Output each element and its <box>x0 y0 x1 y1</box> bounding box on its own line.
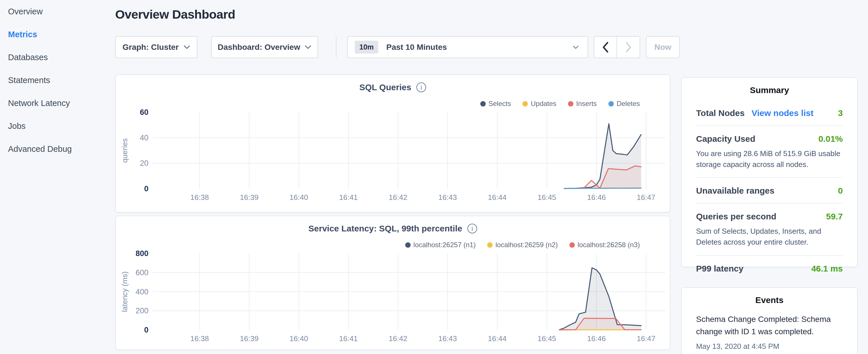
chevron-right-icon <box>625 41 632 53</box>
summary-row-description: Sum of Selects, Updates, Inserts, and De… <box>696 226 843 248</box>
summary-row-value: 3 <box>838 108 843 118</box>
summary-row-label: P99 latency <box>696 264 743 273</box>
events-panel: Events Schema Change Completed: Schema c… <box>681 287 858 354</box>
svg-text:16:38: 16:38 <box>190 334 209 343</box>
sidebar-item-metrics[interactable]: Metrics <box>0 23 115 46</box>
svg-text:16:41: 16:41 <box>339 193 358 202</box>
time-pager <box>594 36 640 58</box>
svg-text:16:40: 16:40 <box>289 334 308 343</box>
svg-text:16:47: 16:47 <box>637 193 655 202</box>
service-latency-chart-card: Service Latency: SQL, 99th percentile i … <box>115 216 670 350</box>
event-item: Schema Change Completed: Schema change w… <box>682 305 857 351</box>
svg-text:60: 60 <box>140 108 149 117</box>
service-latency-chart-plot: 020040060080016:3816:3916:4016:4116:4216… <box>116 216 670 349</box>
summary-panel: Summary Total NodesView nodes list3Capac… <box>681 77 858 267</box>
summary-row-label: Unavailable ranges <box>696 186 774 196</box>
summary-row-value: 0.01% <box>818 134 843 144</box>
now-button[interactable]: Now <box>646 36 680 58</box>
svg-text:16:42: 16:42 <box>389 334 407 343</box>
summary-rows: Total NodesView nodes list3Capacity Used… <box>682 95 857 281</box>
svg-text:0: 0 <box>144 185 149 193</box>
summary-row-value: 59.7 <box>826 212 843 221</box>
time-range-label: Past 10 Minutes <box>386 43 447 52</box>
summary-panel-title: Summary <box>682 78 857 95</box>
summary-row-label: Total Nodes <box>696 108 744 118</box>
svg-text:600: 600 <box>135 268 149 277</box>
chevron-left-icon <box>602 41 609 53</box>
svg-text:16:42: 16:42 <box>389 193 407 202</box>
svg-text:16:46: 16:46 <box>587 334 606 343</box>
sql-queries-chart-card: SQL Queries i SelectsUpdatesInsertsDelet… <box>115 74 670 213</box>
svg-text:16:47: 16:47 <box>637 334 655 343</box>
sql-queries-chart-plot: 020406016:3816:3916:4016:4116:4216:4316:… <box>116 75 670 212</box>
svg-text:16:46: 16:46 <box>587 193 606 202</box>
view-nodes-list-link[interactable]: View nodes list <box>751 108 813 118</box>
svg-text:16:43: 16:43 <box>438 334 457 343</box>
svg-text:16:44: 16:44 <box>488 334 507 343</box>
svg-text:400: 400 <box>135 288 149 296</box>
time-range-picker[interactable]: 10m Past 10 Minutes <box>347 36 588 58</box>
events-panel-title: Events <box>682 288 857 305</box>
svg-text:latency (ms): latency (ms) <box>120 271 129 312</box>
dashboard-dropdown[interactable]: Dashboard: Overview <box>211 36 318 58</box>
chevron-down-icon <box>572 45 579 49</box>
summary-row: Capacity Used0.01%You are using 28.6 MiB… <box>696 125 843 177</box>
svg-text:16:39: 16:39 <box>240 193 258 202</box>
summary-row-value: 0 <box>838 186 843 196</box>
chevron-down-icon <box>305 45 311 49</box>
time-step-back-button[interactable] <box>594 37 617 58</box>
page-title: Overview Dashboard <box>115 7 235 22</box>
sidebar-item-network-latency[interactable]: Network Latency <box>0 92 115 115</box>
svg-text:16:40: 16:40 <box>289 193 308 202</box>
time-range-badge: 10m <box>355 41 378 54</box>
summary-row: Queries per second59.7Sum of Selects, Up… <box>696 203 843 255</box>
svg-text:16:38: 16:38 <box>190 193 209 202</box>
time-step-forward-button[interactable] <box>617 37 640 58</box>
svg-text:20: 20 <box>140 159 149 167</box>
svg-text:16:44: 16:44 <box>488 193 507 202</box>
svg-text:16:45: 16:45 <box>537 193 556 202</box>
event-timestamp: May 13, 2020 at 4:45 PM <box>696 342 843 351</box>
summary-row-value: 46.1 ms <box>811 264 843 273</box>
sidebar-nav-list: OverviewMetricsDatabasesStatementsNetwor… <box>0 0 115 160</box>
sidebar-item-statements[interactable]: Statements <box>0 69 115 92</box>
summary-row-label: Capacity Used <box>696 134 755 144</box>
sidebar: OverviewMetricsDatabasesStatementsNetwor… <box>0 0 115 354</box>
toolbar-divider <box>336 37 336 58</box>
sidebar-item-advanced-debug[interactable]: Advanced Debug <box>0 137 115 160</box>
sidebar-item-databases[interactable]: Databases <box>0 46 115 69</box>
svg-text:16:45: 16:45 <box>537 334 556 343</box>
summary-row: Unavailable ranges0 <box>696 177 843 203</box>
chevron-down-icon <box>183 45 190 49</box>
sidebar-item-overview[interactable]: Overview <box>0 0 115 23</box>
svg-text:200: 200 <box>135 307 149 315</box>
svg-text:queries: queries <box>120 138 129 163</box>
dashboard-dropdown-label: Dashboard: Overview <box>218 43 300 52</box>
summary-row-label: Queries per second <box>696 212 776 221</box>
event-message: Schema Change Completed: Schema change w… <box>696 313 843 338</box>
svg-text:16:39: 16:39 <box>240 334 258 343</box>
summary-row-description: You are using 28.6 MiB of 515.9 GiB usab… <box>696 148 843 170</box>
summary-row: Total NodesView nodes list3 <box>696 100 843 125</box>
sidebar-item-jobs[interactable]: Jobs <box>0 115 115 137</box>
svg-text:16:43: 16:43 <box>438 193 457 202</box>
graph-dropdown[interactable]: Graph: Cluster <box>115 36 197 58</box>
svg-text:16:41: 16:41 <box>339 334 358 343</box>
summary-row: P99 latency46.1 ms <box>696 255 843 281</box>
svg-text:40: 40 <box>140 133 149 142</box>
svg-text:800: 800 <box>135 249 149 258</box>
graph-dropdown-label: Graph: Cluster <box>122 43 179 52</box>
svg-text:0: 0 <box>144 326 149 334</box>
